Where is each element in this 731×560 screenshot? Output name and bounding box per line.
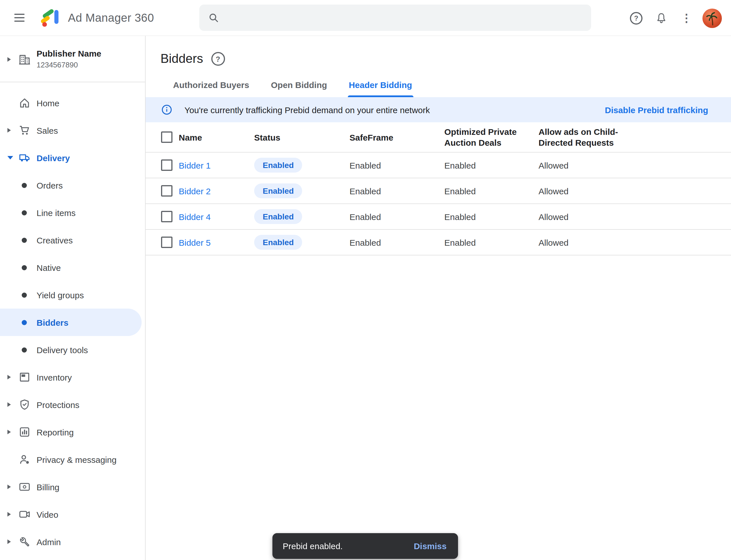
sidebar-item-inventory[interactable]: Inventory (0, 363, 145, 391)
tab-header-bidding[interactable]: Header Bidding (348, 75, 413, 97)
sidebar-item-sales[interactable]: Sales (0, 117, 145, 144)
bidder-link[interactable]: Bidder 2 (179, 186, 211, 196)
sidebar-item-video[interactable]: Video (0, 501, 145, 528)
sidebar-item-orders[interactable]: Orders (0, 171, 145, 199)
palm-tree-icon (704, 9, 721, 27)
status-badge: Enabled (254, 209, 303, 224)
building-icon (18, 52, 31, 66)
table-row: Bidder 2 Enabled Enabled Enabled Allowed (146, 178, 731, 204)
child-directed-value: Allowed (538, 212, 731, 221)
bar-chart-icon (18, 425, 31, 439)
sidebar-item-admin[interactable]: Admin (0, 528, 145, 555)
sidebar-item-line-items[interactable]: Line items (0, 199, 145, 226)
tab-authorized-buyers[interactable]: Authorized Buyers (172, 75, 251, 97)
prebid-info-banner: You're currently trafficking Prebid dema… (146, 97, 731, 122)
sidebar-nav: Publisher Name 1234567890 Home (0, 36, 146, 560)
safeframe-value: Enabled (350, 237, 444, 247)
chevron-right-icon (7, 402, 11, 407)
sidebar-item-home[interactable]: Home (0, 89, 145, 117)
bidder-link[interactable]: Bidder 1 (179, 160, 211, 170)
app-root: Ad Manager 360 ? ⋮ (0, 0, 731, 560)
column-header-optimized-deals: Optimized Private Auction Deals (444, 126, 538, 148)
sidebar-item-privacy-messaging[interactable]: Privacy & messaging (0, 446, 145, 473)
column-header-status: Status (254, 132, 350, 143)
table-row: Bidder 1 Enabled Enabled Enabled Allowed (146, 153, 731, 178)
bidder-link[interactable]: Bidder 5 (179, 237, 211, 247)
sidebar-item-creatives[interactable]: Creatives (0, 226, 145, 254)
optimized-deals-value: Enabled (444, 160, 538, 170)
bullet-icon (22, 265, 27, 270)
optimized-deals-value: Enabled (444, 186, 538, 196)
status-badge: Enabled (254, 183, 303, 198)
person-badge-icon (18, 453, 31, 466)
select-all-checkbox[interactable] (161, 131, 173, 143)
column-header-safeframe: SafeFrame (350, 132, 444, 143)
row-checkbox[interactable] (161, 237, 173, 248)
cart-icon (18, 123, 31, 137)
truck-icon (18, 151, 31, 165)
tab-bar: Authorized Buyers Open Bidding Header Bi… (172, 75, 731, 97)
sidebar-item-protections[interactable]: Protections (0, 391, 145, 418)
row-checkbox[interactable] (161, 159, 173, 171)
bidder-link[interactable]: Bidder 4 (179, 212, 211, 221)
column-header-name: Name (179, 132, 254, 143)
bidders-table: Name Status SafeFrame Optimized Private … (146, 122, 731, 255)
snackbar: Prebid enabled. Dismiss (273, 533, 458, 559)
dismiss-button[interactable]: Dismiss (408, 537, 452, 555)
table-header-row: Name Status SafeFrame Optimized Private … (146, 122, 731, 153)
top-app-bar: Ad Manager 360 ? ⋮ (0, 0, 731, 36)
publisher-id: 1234567890 (37, 61, 101, 70)
sidebar-item-native[interactable]: Native (0, 254, 145, 281)
topbar-actions: ? ⋮ (624, 0, 726, 36)
search-input[interactable] (226, 12, 591, 23)
hamburger-menu-button[interactable] (7, 5, 32, 30)
child-directed-value: Allowed (538, 237, 731, 247)
account-avatar[interactable] (702, 8, 722, 28)
chevron-right-icon (7, 57, 11, 61)
help-button[interactable]: ? (624, 5, 649, 31)
inventory-icon (18, 370, 31, 384)
sidebar-item-reporting[interactable]: Reporting (0, 418, 145, 446)
info-icon (161, 103, 173, 116)
app-title: Ad Manager 360 (68, 11, 154, 24)
safeframe-value: Enabled (350, 160, 444, 170)
safeframe-value: Enabled (350, 212, 444, 221)
bullet-icon (22, 210, 27, 215)
sidebar-item-delivery-tools[interactable]: Delivery tools (0, 336, 145, 363)
optimized-deals-value: Enabled (444, 237, 538, 247)
video-camera-icon (18, 507, 31, 521)
publisher-name: Publisher Name (37, 49, 101, 59)
page-help-icon[interactable]: ? (211, 52, 225, 66)
status-badge: Enabled (254, 158, 303, 173)
row-checkbox[interactable] (161, 211, 173, 222)
chevron-down-icon (7, 156, 13, 159)
publisher-switcher[interactable]: Publisher Name 1234567890 (0, 36, 145, 82)
chevron-right-icon (7, 485, 11, 489)
search-bar[interactable] (199, 5, 591, 31)
chevron-right-icon (7, 128, 11, 133)
column-header-child-directed: Allow ads on Child-Directed Requests (538, 126, 636, 148)
chevron-right-icon (7, 539, 11, 544)
sidebar-item-bidders[interactable]: Bidders (0, 309, 142, 336)
table-row: Bidder 5 Enabled Enabled Enabled Allowed (146, 230, 731, 255)
sidebar-items: Home Sales Delivery (0, 82, 145, 555)
bullet-icon (22, 183, 27, 188)
overflow-menu-button[interactable]: ⋮ (674, 5, 699, 31)
notifications-button[interactable] (649, 5, 674, 31)
main-content: Bidders ? Authorized Buyers Open Bidding… (146, 36, 731, 560)
search-icon (208, 12, 219, 23)
safeframe-value: Enabled (350, 186, 444, 196)
row-checkbox[interactable] (161, 185, 173, 197)
optimized-deals-value: Enabled (444, 212, 538, 221)
child-directed-value: Allowed (538, 160, 731, 170)
sidebar-item-billing[interactable]: Billing (0, 473, 145, 501)
tab-open-bidding[interactable]: Open Bidding (270, 75, 329, 97)
sidebar-item-yield-groups[interactable]: Yield groups (0, 281, 145, 309)
payment-card-icon (18, 480, 31, 494)
page-title: Bidders (161, 50, 203, 67)
home-icon (18, 96, 31, 110)
status-badge: Enabled (254, 235, 303, 250)
sidebar-item-delivery[interactable]: Delivery (0, 144, 145, 171)
disable-prebid-link[interactable]: Disable Prebid trafficking (605, 105, 708, 115)
shield-icon (18, 398, 31, 411)
